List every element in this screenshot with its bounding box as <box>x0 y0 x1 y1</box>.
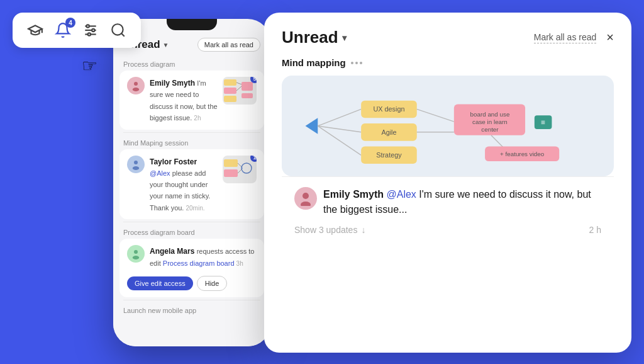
sliders-icon[interactable] <box>79 19 102 42</box>
svg-line-37 <box>417 109 454 122</box>
phone-taylor-thumb: 1 <box>223 156 257 183</box>
show-updates-text: Show 3 updates <box>294 225 357 235</box>
phone-avatar-angela <box>127 245 145 263</box>
svg-rect-20 <box>224 169 238 177</box>
notif-text-body: Emily Smyth @Alex I'm sure we need to di… <box>323 187 601 217</box>
svg-rect-12 <box>224 96 236 102</box>
phone-divider-1 <box>123 132 260 133</box>
svg-point-17 <box>134 161 138 164</box>
panel-title: Unread ▾ <box>282 28 347 47</box>
hide-button[interactable]: Hide <box>197 276 228 291</box>
search-icon[interactable] <box>107 19 130 42</box>
svg-point-3 <box>87 25 89 27</box>
phone-taylor-time: 20min. <box>186 205 204 212</box>
phone-divider-2 <box>123 222 260 222</box>
svg-text:center: center <box>481 126 499 133</box>
notif-footer: Show 3 updates ↓ 2 h <box>294 225 601 235</box>
svg-rect-10 <box>224 79 236 86</box>
svg-point-8 <box>134 82 138 86</box>
cursor-hand-icon: ☞ <box>82 55 97 76</box>
svg-line-45 <box>491 135 504 148</box>
phone-item-taylor-body: Taylor Foster @Alex please add your thou… <box>150 156 218 213</box>
phone-content: Unread ▼ Mark all as read Process diagra… <box>113 30 270 346</box>
phone-notch <box>167 19 217 30</box>
phone-emily-time: 2h <box>194 115 201 122</box>
phone-emily-name: Emily Smyth <box>150 79 197 88</box>
show-updates-button[interactable]: Show 3 updates ↓ <box>294 225 365 235</box>
notif-mention: @Alex <box>386 189 416 200</box>
mind-map-diagram: UX design Agile Strategy board and use c… <box>282 76 614 176</box>
phone-taylor-name: Taylor Foster <box>150 157 197 166</box>
phone-section-process: Process diagram <box>113 57 270 71</box>
svg-text:board and use: board and use <box>470 111 510 118</box>
svg-text:Agile: Agile <box>381 128 396 136</box>
svg-point-23 <box>242 163 252 173</box>
bell-icon[interactable]: 4 <box>52 19 74 42</box>
svg-rect-11 <box>224 88 236 94</box>
graduation-cap-icon[interactable] <box>24 19 47 42</box>
panel-header-right: Mark all as read × <box>534 30 614 45</box>
svg-point-4 <box>92 29 94 31</box>
svg-point-26 <box>133 256 140 259</box>
svg-line-22 <box>238 169 242 173</box>
phone-taylor-badge: 1 <box>250 156 257 162</box>
svg-text:Strategy: Strategy <box>376 151 402 159</box>
phone-notif-emily[interactable]: Emily Smyth I'm sure we need to discuss … <box>119 71 264 130</box>
svg-line-28 <box>318 109 361 126</box>
toolbar: 4 <box>13 13 141 48</box>
svg-point-6 <box>112 24 123 35</box>
svg-rect-13 <box>242 82 253 91</box>
svg-rect-14 <box>242 93 253 98</box>
svg-text:+ features video: + features video <box>500 151 545 157</box>
panel-section-label-text: Mind mapping <box>282 57 346 68</box>
phone-angela-time: 3h <box>236 260 243 267</box>
svg-marker-27 <box>306 118 318 134</box>
phone-divider-3 <box>123 300 260 300</box>
arrow-down-icon: ↓ <box>361 225 365 235</box>
phone-item-angela-body: Angela Mars requests access to edit Proc… <box>150 245 257 268</box>
dot-2 <box>355 62 358 64</box>
svg-text:UX design: UX design <box>373 105 404 113</box>
phone-angela-name: Angela Mars <box>150 247 197 256</box>
dots-menu[interactable] <box>351 62 362 64</box>
phone-notif-angela[interactable]: Angela Mars requests access to edit Proc… <box>119 239 264 297</box>
dot-3 <box>360 62 362 64</box>
panel-chevron-down-icon: ▾ <box>342 33 347 43</box>
svg-point-25 <box>134 250 138 254</box>
svg-point-49 <box>301 202 311 206</box>
give-edit-access-button[interactable]: Give edit access <box>127 276 193 290</box>
panel-title-text: Unread <box>282 28 338 47</box>
mind-map-svg: UX design Agile Strategy board and use c… <box>292 86 604 166</box>
mobile-phone: Unread ▼ Mark all as read Process diagra… <box>113 19 270 346</box>
phone-mark-read-button[interactable]: Mark all as read <box>197 38 260 52</box>
notif-avatar-emily <box>294 187 317 210</box>
notif-user-line: Emily Smyth @Alex I'm sure we need to di… <box>294 187 601 217</box>
panel-header: Unread ▾ Mark all as read × <box>264 13 631 57</box>
notification-badge: 4 <box>65 18 75 28</box>
svg-point-18 <box>133 166 140 170</box>
svg-line-21 <box>238 163 242 167</box>
phone-avatar-emily <box>127 77 145 94</box>
phone-angela-actions: Give edit access Hide <box>127 276 227 291</box>
phone-notif-taylor[interactable]: Taylor Foster @Alex please add your thou… <box>119 149 264 220</box>
phone-chevron-icon: ▼ <box>163 42 169 48</box>
dot-1 <box>351 62 353 64</box>
svg-text:case in learn: case in learn <box>472 118 508 125</box>
svg-rect-19 <box>224 159 238 167</box>
svg-point-48 <box>303 193 309 199</box>
phone-avatar-taylor <box>127 156 145 173</box>
notification-card: Emily Smyth @Alex I'm sure we need to di… <box>282 176 614 245</box>
notif-username: Emily Smyth <box>323 189 384 200</box>
svg-line-29 <box>318 126 361 132</box>
phone-item-emily-body: Emily Smyth I'm sure we need to discuss … <box>150 77 218 123</box>
svg-text:≡: ≡ <box>541 118 545 127</box>
svg-point-9 <box>133 88 140 91</box>
close-button[interactable]: × <box>606 30 614 45</box>
phone-section-board: Process diagram board <box>113 225 270 239</box>
phone-section-mind: Mind Maping session <box>113 135 270 149</box>
mark-all-read-button[interactable]: Mark all as read <box>534 32 597 43</box>
svg-line-15 <box>236 82 242 84</box>
phone-taylor-mention: @Alex <box>150 169 172 177</box>
panel-section-mind-mapping: Mind mapping <box>264 57 631 76</box>
phone-section-launch: Launch new mobile app <box>113 303 270 317</box>
